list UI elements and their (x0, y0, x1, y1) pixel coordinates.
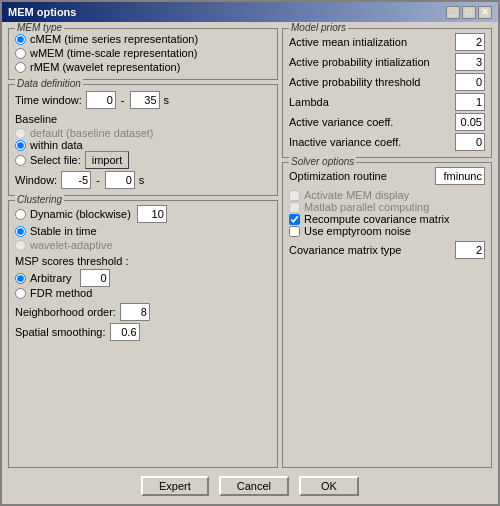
window-from-input[interactable] (61, 171, 91, 189)
window-title: MEM options (8, 6, 76, 18)
solver-options-label: Solver options (289, 156, 356, 167)
dynamic-option: Dynamic (blockwise) (15, 205, 271, 223)
msp-label-row: MSP scores threshold : (15, 255, 271, 267)
optimization-input[interactable] (435, 167, 485, 185)
close-button[interactable]: ✕ (478, 6, 492, 19)
dynamic-value-input[interactable] (137, 205, 167, 223)
rmem-label: rMEM (wavelet representation) (30, 61, 180, 73)
spatial-input[interactable] (110, 323, 140, 341)
spatial-row: Spatial smoothing: (15, 323, 271, 341)
row-input-3[interactable] (455, 93, 485, 111)
dynamic-label: Dynamic (blockwise) (30, 208, 131, 220)
use-emptyroom-checkbox[interactable] (289, 226, 300, 237)
neighborhood-input[interactable] (120, 303, 150, 321)
use-emptyroom-label: Use emptyroom noise (304, 225, 411, 237)
time-window-to-input[interactable] (130, 91, 160, 109)
covariance-label: Covariance matrix type (289, 244, 455, 256)
main-window: MEM options _ □ ✕ MEM type cMEM (time se… (0, 0, 500, 506)
dynamic-radio[interactable] (15, 209, 26, 220)
neighborhood-row: Neighborhood order: (15, 303, 271, 321)
optimization-label: Optimization routine (289, 170, 435, 182)
cancel-button[interactable]: Cancel (219, 476, 289, 496)
mem-type-radio-group: cMEM (time series representation) wMEM (… (15, 33, 271, 73)
baseline-select-radio[interactable] (15, 155, 26, 166)
clustering-radio-group: Dynamic (blockwise) Stable in time wavel… (15, 205, 271, 251)
fdr-radio[interactable] (15, 288, 26, 299)
arbitrary-option: Arbitrary (15, 269, 271, 287)
cmem-radio[interactable] (15, 34, 26, 45)
time-window-unit: s (164, 94, 170, 106)
rmem-option: rMEM (wavelet representation) (15, 61, 271, 73)
window-label: Window: (15, 174, 57, 186)
row-label-5: Inactive variance coeff. (289, 136, 455, 148)
title-bar-buttons: _ □ ✕ (446, 6, 492, 19)
fdr-option: FDR method (15, 287, 271, 299)
content-area: MEM type cMEM (time series representatio… (2, 22, 498, 504)
title-bar: MEM options _ □ ✕ (2, 2, 498, 22)
activate-mem-option: Activate MEM display (289, 189, 485, 201)
table-row: Active probability threshold (289, 73, 485, 91)
ok-button[interactable]: OK (299, 476, 359, 496)
activate-mem-checkbox[interactable] (289, 190, 300, 201)
row-input-0[interactable] (455, 33, 485, 51)
covariance-input[interactable] (455, 241, 485, 259)
window-dash: - (96, 174, 100, 186)
spatial-label: Spatial smoothing: (15, 326, 106, 338)
model-priors-group: Model priors Active mean intialization A… (282, 28, 492, 158)
time-window-label: Time window: (15, 94, 82, 106)
table-row: Inactive variance coeff. (289, 133, 485, 151)
time-window-row: Time window: - s (15, 91, 271, 109)
baseline-within-radio[interactable] (15, 140, 26, 151)
neighborhood-label: Neighborhood order: (15, 306, 116, 318)
stable-option: Stable in time (15, 225, 271, 237)
cmem-label: cMEM (time series representation) (30, 33, 198, 45)
neighbor-section: Neighborhood order: Spatial smoothing: (15, 303, 271, 341)
arbitrary-label: Arbitrary (30, 272, 72, 284)
model-priors-table: Active mean intialization Active probabi… (289, 33, 485, 151)
main-panels: MEM type cMEM (time series representatio… (8, 28, 492, 468)
cmem-option: cMEM (time series representation) (15, 33, 271, 45)
row-input-1[interactable] (455, 53, 485, 71)
left-panel: MEM type cMEM (time series representatio… (8, 28, 278, 468)
msp-label: MSP scores threshold : (15, 255, 129, 267)
minimize-button[interactable]: _ (446, 6, 460, 19)
wmem-option: wMEM (time-scale representation) (15, 47, 271, 59)
window-to-input[interactable] (105, 171, 135, 189)
expert-button[interactable]: Expert (141, 476, 209, 496)
model-priors-label: Model priors (289, 22, 348, 33)
matlab-parallel-option: Matlab parallel computing (289, 201, 485, 213)
clustering-label: Clustering (15, 194, 64, 205)
data-definition-label: Data definition (15, 78, 83, 89)
arbitrary-value-input[interactable] (80, 269, 110, 287)
matlab-parallel-checkbox[interactable] (289, 202, 300, 213)
baseline-default-label: default (baseline dataset) (30, 127, 154, 139)
row-input-5[interactable] (455, 133, 485, 151)
rmem-radio[interactable] (15, 62, 26, 73)
baseline-within-label: within data (30, 139, 83, 151)
wavelet-radio[interactable] (15, 240, 26, 251)
recompute-checkbox[interactable] (289, 214, 300, 225)
row-label-3: Lambda (289, 96, 455, 108)
maximize-button[interactable]: □ (462, 6, 476, 19)
solver-options-group: Solver options Optimization routine Acti… (282, 162, 492, 468)
wmem-label: wMEM (time-scale representation) (30, 47, 198, 59)
row-label-1: Active probability intialization (289, 56, 455, 68)
arbitrary-radio[interactable] (15, 273, 26, 284)
covariance-row: Covariance matrix type (289, 241, 485, 259)
use-emptyroom-option: Use emptyroom noise (289, 225, 485, 237)
msp-scores-section: MSP scores threshold : Arbitrary FDR met… (15, 255, 271, 299)
row-input-4[interactable] (455, 113, 485, 131)
activate-mem-label: Activate MEM display (304, 189, 409, 201)
row-input-2[interactable] (455, 73, 485, 91)
clustering-group: Clustering Dynamic (blockwise) Stable in… (8, 200, 278, 468)
table-row: Active variance coeff. (289, 113, 485, 131)
optimization-row: Optimization routine (289, 167, 485, 185)
baseline-within-option: within data (15, 139, 271, 151)
stable-radio[interactable] (15, 226, 26, 237)
import-button[interactable]: import (85, 151, 130, 169)
stable-label: Stable in time (30, 225, 97, 237)
time-window-from-input[interactable] (86, 91, 116, 109)
baseline-default-option: default (baseline dataset) (15, 127, 271, 139)
baseline-default-radio[interactable] (15, 128, 26, 139)
wmem-radio[interactable] (15, 48, 26, 59)
